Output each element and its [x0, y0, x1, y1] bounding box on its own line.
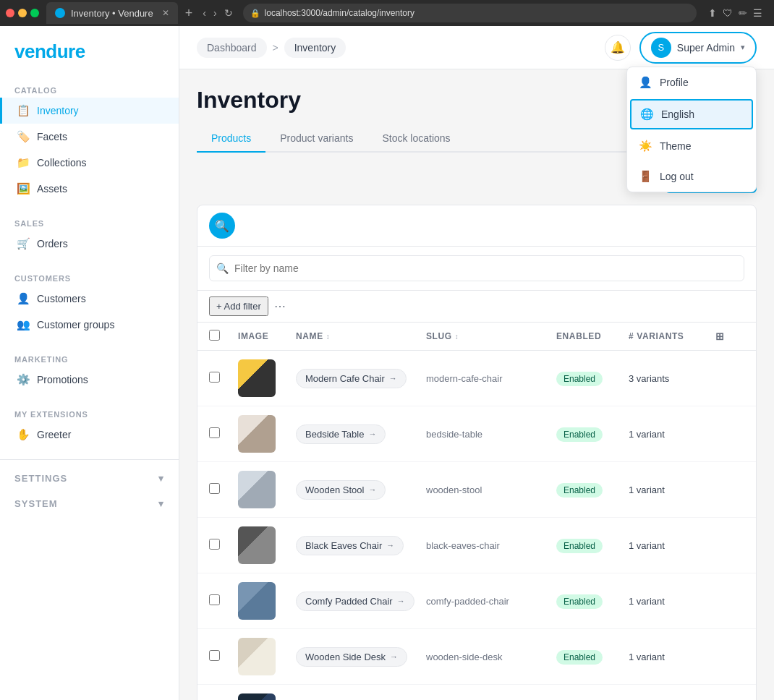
product-name-chip-5[interactable]: Wooden Side Desk → — [296, 647, 407, 667]
dropdown-item-logout[interactable]: 🚪 Log out — [627, 161, 756, 192]
enabled-badge-4: Enabled — [556, 594, 603, 609]
user-dropdown-menu: 👤 Profile 🌐 English ☀️ Theme 🚪 Log out — [626, 67, 757, 192]
row-checkbox-input-1[interactable] — [209, 427, 220, 438]
address-bar[interactable]: 🔒 localhost:3000/admin/catalog/inventory — [243, 4, 697, 22]
sidebar-item-greeter[interactable]: ✋ Greeter — [0, 422, 179, 448]
window-max-btn[interactable] — [30, 9, 39, 17]
select-all-checkbox[interactable] — [209, 330, 220, 341]
sales-label: SALES — [0, 213, 179, 231]
dropdown-item-english[interactable]: 🌐 English — [630, 99, 753, 129]
search-toggle-button[interactable]: 🔍 — [209, 213, 235, 239]
sidebar-marketing-section: MARKETING ⚙️ Promotions — [0, 343, 179, 398]
sidebar-catalog-section: CATALOG 📋 Inventory 🏷️ Facets 📁 Collecti… — [0, 74, 179, 208]
product-name-chip-0[interactable]: Modern Cafe Chair → — [296, 369, 407, 388]
sidebar-item-assets[interactable]: 🖼️ Assets — [0, 176, 179, 202]
filter-by-name-input[interactable] — [209, 255, 744, 281]
product-name-chip-4[interactable]: Comfy Padded Chair → — [296, 592, 414, 611]
filter-row: 🔍 — [197, 247, 756, 291]
extensions-label: MY EXTENSIONS — [0, 404, 179, 422]
col-name-header[interactable]: NAME ↕ — [296, 331, 426, 341]
row-slug-4: comfy-padded-chair — [426, 594, 556, 607]
theme-label: Theme — [660, 140, 692, 152]
dropdown-item-theme[interactable]: ☀️ Theme — [627, 131, 756, 161]
tab-products[interactable]: Products — [197, 125, 265, 153]
row-image-2 — [238, 471, 296, 508]
col-checkbox — [209, 330, 238, 343]
browser-actions: ⬆ 🛡 ✏ ☰ — [708, 7, 762, 19]
row-enabled-1: Enabled — [556, 427, 629, 440]
shield-icon[interactable]: 🛡 — [723, 7, 733, 19]
col-name-label: NAME — [296, 331, 323, 341]
notification-button[interactable]: 🔔 — [605, 35, 631, 61]
breadcrumb-dashboard[interactable]: Dashboard — [197, 38, 267, 58]
sidebar-item-orders[interactable]: 🛒 Orders — [0, 231, 179, 257]
window-close-btn[interactable] — [6, 9, 14, 17]
row-checkbox-input-4[interactable] — [209, 594, 220, 605]
new-tab-btn[interactable]: + — [185, 6, 193, 21]
sidebar-item-collections[interactable]: 📁 Collections — [0, 150, 179, 176]
sidebar-item-inventory[interactable]: 📋 Inventory — [0, 98, 179, 124]
row-checkbox-input-5[interactable] — [209, 650, 220, 661]
dropdown-item-profile[interactable]: 👤 Profile — [627, 67, 756, 98]
chip-arrow-icon-4: → — [397, 597, 405, 605]
product-slug-5: wooden-side-desk — [426, 652, 503, 662]
sidebar-item-customers[interactable]: 👤 Customers — [0, 286, 179, 312]
collections-label: Collections — [37, 157, 86, 168]
forward-btn[interactable]: › — [213, 7, 217, 19]
topbar: Dashboard > Inventory 🔔 S Super Admin ▾ — [179, 26, 774, 69]
back-btn[interactable]: ‹ — [203, 7, 206, 19]
breadcrumb-separator: > — [273, 42, 278, 54]
browser-controls: ‹ › ↻ — [203, 7, 232, 19]
system-label: SYSTEM — [14, 498, 58, 509]
row-name-0: Modern Cafe Chair → — [296, 369, 426, 388]
row-image-1 — [238, 415, 296, 453]
user-name: Super Admin — [677, 42, 735, 54]
product-thumbnail-0 — [238, 359, 276, 397]
enabled-badge-3: Enabled — [556, 539, 603, 553]
row-checkbox-input-2[interactable] — [209, 483, 220, 494]
chip-arrow-icon-0: → — [389, 374, 397, 383]
logout-icon: 🚪 — [639, 170, 652, 183]
refresh-btn[interactable]: ↻ — [224, 7, 233, 19]
column-settings-icon[interactable]: ⊞ — [715, 330, 725, 342]
english-label: English — [661, 108, 694, 120]
product-name-chip-2[interactable]: Wooden Stool → — [296, 480, 386, 500]
more-filters-button[interactable]: ⋯ — [274, 299, 286, 313]
sidebar-item-facets[interactable]: 🏷️ Facets — [0, 124, 179, 150]
product-name-chip-1[interactable]: Bedside Table → — [296, 424, 386, 444]
menu-icon[interactable]: ☰ — [753, 7, 762, 19]
sidebar-item-promotions[interactable]: ⚙️ Promotions — [0, 367, 179, 393]
col-grid-icon[interactable]: ⊞ — [715, 330, 744, 342]
product-name-chip-3[interactable]: Black Eaves Chair → — [296, 536, 404, 555]
sidebar-logo: vendure — [0, 26, 179, 74]
greeter-icon: ✋ — [17, 428, 30, 441]
tab-product-variants[interactable]: Product variants — [265, 125, 367, 153]
sidebar-customers-section: CUSTOMERS 👤 Customers 👥 Customer groups — [0, 262, 179, 343]
settings-chevron-icon: ▾ — [158, 473, 164, 484]
settings-collapsible[interactable]: SETTINGS ▾ — [0, 466, 179, 491]
user-menu-button[interactable]: S Super Admin ▾ — [639, 32, 757, 64]
system-collapsible[interactable]: SYSTEM ▾ — [0, 491, 179, 516]
customers-label: Customers — [37, 293, 86, 304]
row-image-3 — [238, 526, 296, 564]
row-slug-3: black-eaves-chair — [426, 539, 556, 552]
breadcrumb: Dashboard > Inventory — [197, 38, 346, 58]
enabled-badge-5: Enabled — [556, 650, 603, 665]
inventory-label: Inventory — [37, 105, 79, 116]
row-name-4: Comfy Padded Chair → — [296, 592, 426, 611]
tab-stock-locations[interactable]: Stock locations — [367, 125, 464, 153]
row-name-1: Bedside Table → — [296, 424, 426, 444]
tab-close-btn[interactable]: ✕ — [162, 8, 169, 18]
row-checkbox-input-3[interactable] — [209, 539, 220, 550]
main-content: Dashboard > Inventory 🔔 S Super Admin ▾ — [179, 26, 774, 700]
browser-tab[interactable]: Inventory • Vendure ✕ — [46, 2, 178, 24]
browser-chrome: Inventory • Vendure ✕ + ‹ › ↻ 🔒 localhos… — [0, 0, 774, 26]
col-slug-header[interactable]: SLUG ↕ — [426, 331, 556, 341]
table-row: Modern Cafe Chair → modern-cafe-chair En… — [197, 351, 756, 406]
window-min-btn[interactable] — [18, 9, 27, 17]
sidebar-item-customer-groups[interactable]: 👥 Customer groups — [0, 312, 179, 338]
add-filter-button[interactable]: + Add filter — [209, 296, 268, 316]
row-checkbox-input-0[interactable] — [209, 372, 220, 383]
share-icon[interactable]: ⬆ — [708, 7, 717, 19]
pencil-icon[interactable]: ✏ — [739, 7, 747, 19]
